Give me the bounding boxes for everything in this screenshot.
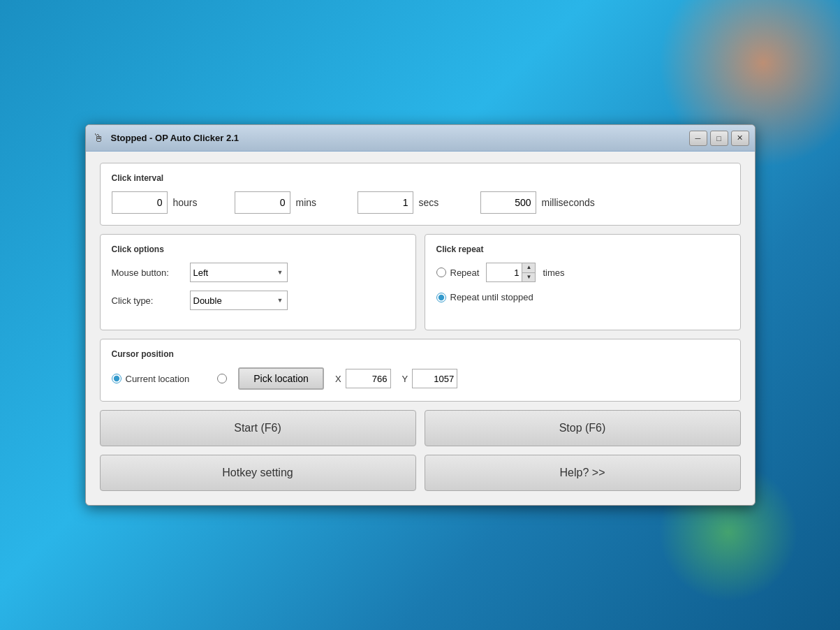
window-title: Stopped - OP Auto Clicker 2.1 [111, 133, 689, 143]
click-interval-label: Click interval [112, 173, 729, 183]
cursor-position-label: Cursor position [112, 349, 729, 359]
click-options-section: Click options Mouse button: Left Middle … [100, 234, 416, 330]
cursor-position-section: Cursor position Current location Pick lo… [100, 339, 741, 402]
hours-unit-label: hours [173, 197, 229, 208]
pick-location-radio-label[interactable] [217, 374, 227, 383]
maximize-button[interactable]: □ [710, 131, 728, 146]
repeat-until-stopped-row: Repeat until stopped [436, 292, 729, 302]
app-icon: 🖱 [91, 131, 105, 145]
cursor-row: Current location Pick location X Y [112, 367, 729, 390]
repeat-radio-label[interactable]: Repeat [436, 268, 480, 278]
current-location-text: Current location [126, 374, 190, 384]
repeat-times-row: Repeat ▲ ▼ times [436, 263, 729, 282]
y-input[interactable] [412, 369, 457, 388]
pick-location-button[interactable]: Pick location [238, 367, 324, 390]
current-location-label[interactable]: Current location [112, 374, 190, 384]
secs-input[interactable] [358, 191, 413, 214]
window-controls: ─ □ ✕ [689, 131, 749, 146]
mouse-button-label: Mouse button: [112, 268, 182, 278]
mouse-button-row: Mouse button: Left Middle Right [112, 263, 404, 282]
click-repeat-label: Click repeat [436, 244, 729, 254]
interval-row: hours mins secs milliseconds [112, 191, 729, 214]
x-input[interactable] [346, 369, 391, 388]
pick-location-radio[interactable] [217, 374, 227, 383]
ms-input[interactable] [480, 191, 536, 214]
x-coord-wrapper: X [335, 369, 391, 388]
spinbox-up-button[interactable]: ▲ [522, 263, 535, 272]
repeat-times-input[interactable] [487, 263, 522, 281]
spinbox-down-button[interactable]: ▼ [522, 272, 535, 282]
help-button[interactable]: Help? >> [425, 455, 741, 491]
content-area: Click interval hours mins secs milliseco… [86, 152, 755, 505]
repeat-radio[interactable] [436, 268, 446, 277]
secs-unit-label: secs [419, 197, 475, 208]
repeat-until-stopped-radio[interactable] [436, 293, 446, 302]
times-label: times [543, 268, 564, 278]
hotkey-button[interactable]: Hotkey setting [100, 455, 416, 491]
y-coord-wrapper: Y [402, 369, 458, 388]
repeat-label-text: Repeat [450, 268, 480, 278]
click-type-row: Click type: Single Double [112, 291, 404, 310]
y-label: Y [402, 374, 408, 384]
middle-sections: Click options Mouse button: Left Middle … [100, 234, 741, 330]
stop-button[interactable]: Stop (F6) [425, 410, 741, 446]
x-label: X [335, 374, 341, 384]
start-button[interactable]: Start (F6) [100, 410, 416, 446]
close-button[interactable]: ✕ [731, 131, 749, 146]
spinbox-buttons: ▲ ▼ [522, 263, 535, 281]
minimize-button[interactable]: ─ [689, 131, 707, 146]
click-options-label: Click options [112, 244, 404, 254]
mouse-button-select[interactable]: Left Middle Right [190, 263, 288, 282]
mouse-button-wrapper: Left Middle Right [190, 263, 288, 282]
mins-unit-label: mins [296, 197, 352, 208]
mins-input[interactable] [235, 191, 290, 214]
click-type-label: Click type: [112, 295, 182, 306]
repeat-spinbox: ▲ ▼ [486, 263, 536, 282]
hours-input[interactable] [112, 191, 168, 214]
repeat-until-stopped-text: Repeat until stopped [450, 292, 533, 302]
click-type-select[interactable]: Single Double [190, 291, 288, 310]
click-type-wrapper: Single Double [190, 291, 288, 310]
current-location-radio[interactable] [112, 374, 121, 383]
ms-unit-label: milliseconds [542, 197, 598, 208]
titlebar: 🖱 Stopped - OP Auto Clicker 2.1 ─ □ ✕ [86, 125, 755, 152]
bottom-buttons: Start (F6) Stop (F6) Hotkey setting Help… [100, 410, 741, 491]
main-window: 🖱 Stopped - OP Auto Clicker 2.1 ─ □ ✕ Cl… [85, 124, 756, 506]
click-repeat-section: Click repeat Repeat ▲ ▼ times [425, 234, 741, 330]
click-interval-section: Click interval hours mins secs milliseco… [100, 163, 741, 226]
repeat-until-stopped-label[interactable]: Repeat until stopped [436, 292, 533, 302]
